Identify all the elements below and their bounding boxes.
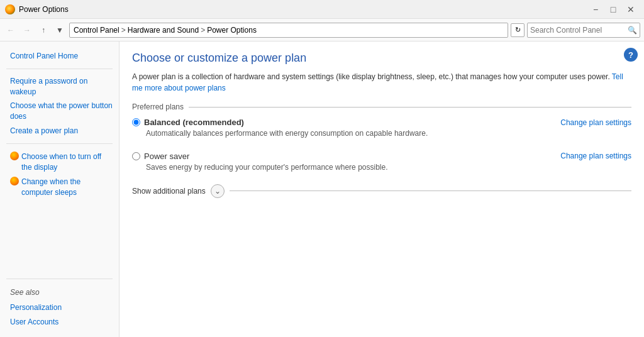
plan-desc-balanced: Automatically balances performance with … [146, 128, 631, 139]
description-text: A power plan is a collection of hardware… [132, 72, 610, 81]
path-root: Control Panel [74, 26, 119, 35]
sidebar-item-change-sleep[interactable]: Change when the computer sleeps [0, 174, 119, 200]
plan-header-power-saver: Power saver Change plan settings [132, 152, 631, 161]
plan-item-balanced: Balanced (recommended) Change plan setti… [132, 115, 631, 141]
show-additional-row: Show additional plans ⌄ [132, 184, 631, 198]
page-description: A power plan is a collection of hardware… [132, 71, 631, 94]
maximize-button[interactable]: □ [605, 3, 621, 16]
change-sleep-label: Change when the computer sleeps [21, 177, 113, 198]
radio-balanced[interactable] [132, 118, 140, 126]
app-icon [5, 4, 15, 14]
title-bar: Power Options − □ ✕ [0, 0, 644, 19]
sidebar-item-user-accounts[interactable]: User Accounts [0, 315, 119, 329]
sidebar-divider-3 [6, 279, 113, 279]
plan-radio-balanced[interactable]: Balanced (recommended) [132, 118, 244, 127]
plan-name-power-saver: Power saver [144, 152, 189, 161]
change-plan-power-saver[interactable]: Change plan settings [560, 152, 631, 160]
plan-radio-power-saver[interactable]: Power saver [132, 152, 189, 161]
preferred-plans-label: Preferred plans [132, 102, 631, 111]
page-title: Choose or customize a power plan [132, 52, 631, 65]
path-current: Power Options [207, 26, 257, 35]
sidebar-item-power-button[interactable]: Choose what the power button does [0, 99, 119, 124]
sleep-icon [10, 177, 19, 185]
search-button[interactable]: 🔍 [628, 26, 637, 35]
power-button-label: Choose what the power button does [10, 101, 113, 122]
plan-header-balanced: Balanced (recommended) Change plan setti… [132, 118, 631, 127]
sidebar-item-require-password[interactable]: Require a password on wakeup [0, 74, 119, 99]
sidebar-spacer [0, 200, 119, 273]
close-button[interactable]: ✕ [623, 3, 639, 16]
sidebar-divider-1 [6, 69, 113, 69]
display-icon [10, 152, 19, 160]
sidebar-divider-2 [6, 143, 113, 144]
recent-locations-button[interactable]: ▼ [53, 23, 67, 37]
show-additional-label: Show additional plans [132, 187, 206, 196]
sidebar-item-home[interactable]: Control Panel Home [0, 49, 119, 64]
main-container: Control Panel Home Require a password on… [0, 41, 644, 337]
path-sep-1: > [121, 26, 126, 35]
window-title: Power Options [19, 5, 587, 14]
help-button[interactable]: ? [624, 48, 638, 62]
sidebar-item-create-plan[interactable]: Create a power plan [0, 124, 119, 138]
expand-additional-button[interactable]: ⌄ [211, 184, 225, 198]
plan-name-balanced: Balanced (recommended) [144, 118, 244, 127]
user-accounts-label: User Accounts [10, 317, 58, 328]
turn-off-display-label: Choose when to turn off the display [21, 152, 113, 173]
create-plan-label: Create a power plan [10, 126, 78, 136]
up-button[interactable]: ↑ [36, 23, 50, 37]
back-button[interactable]: ← [4, 23, 18, 37]
radio-power-saver[interactable] [132, 152, 140, 160]
address-bar: ← → ↑ ▼ Control Panel > Hardware and Sou… [0, 19, 644, 41]
require-password-label: Require a password on wakeup [10, 76, 113, 97]
minimize-button[interactable]: − [587, 3, 604, 16]
home-label: Control Panel Home [10, 51, 78, 62]
see-also-label: See also [0, 284, 119, 301]
sidebar: Control Panel Home Require a password on… [0, 41, 119, 337]
content-area: ? Choose or customize a power plan A pow… [119, 41, 644, 337]
sidebar-item-personalization[interactable]: Personalization [0, 301, 119, 315]
sidebar-item-turn-off-display[interactable]: Choose when to turn off the display [0, 149, 119, 175]
refresh-button[interactable]: ↻ [511, 23, 525, 37]
search-input[interactable] [530, 26, 628, 35]
forward-button[interactable]: → [20, 23, 34, 37]
path-sep-2: > [201, 26, 205, 35]
change-plan-balanced[interactable]: Change plan settings [560, 118, 631, 127]
path-section: Hardware and Sound [128, 26, 199, 35]
plan-item-power-saver: Power saver Change plan settings Saves e… [132, 149, 631, 175]
plan-desc-power-saver: Saves energy by reducing your computer's… [146, 162, 631, 173]
search-box[interactable]: 🔍 [527, 23, 640, 38]
address-path[interactable]: Control Panel > Hardware and Sound > Pow… [69, 23, 508, 38]
window-controls: − □ ✕ [587, 3, 639, 16]
personalization-label: Personalization [10, 302, 62, 313]
